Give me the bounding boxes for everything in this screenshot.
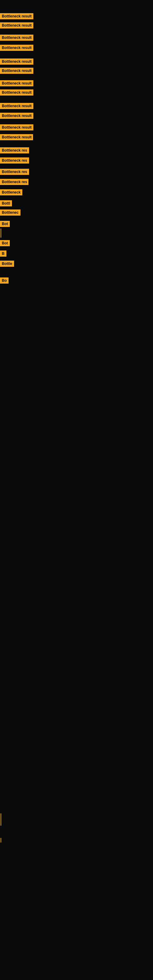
bottleneck-label-3: Bottleneck result	[0, 35, 33, 41]
bottleneck-label-16: Bottleneck res	[0, 179, 29, 185]
bottleneck-label-11: Bottleneck result	[0, 124, 33, 130]
bottleneck-label-4: Bottleneck result	[0, 45, 33, 51]
bottleneck-label-17: Bottleneck	[0, 189, 22, 196]
bottleneck-label-22: B	[0, 250, 6, 257]
bottleneck-label-15: Bottleneck res	[0, 169, 29, 175]
bottleneck-label-6: Bottleneck result	[0, 68, 33, 74]
bottleneck-label-21: Bot	[0, 240, 10, 246]
bottleneck-label-14: Bottleneck res	[0, 158, 29, 164]
site-title	[0, 0, 153, 5]
bottleneck-label-18: Bottl	[0, 200, 12, 207]
bottleneck-label-24: Bo	[0, 277, 9, 283]
bottleneck-labels-container: Bottleneck resultBottleneck resultBottle…	[0, 5, 153, 980]
bottleneck-label-1: Bottleneck result	[0, 13, 33, 19]
bottleneck-label-2: Bottleneck result	[0, 22, 33, 29]
bottleneck-label-23: Bottle	[0, 261, 14, 267]
bottleneck-label-12: Bottleneck result	[0, 134, 33, 140]
bottleneck-label-19: Bottlenec	[0, 210, 21, 216]
bottleneck-label-13: Bottleneck res	[0, 147, 29, 153]
bottleneck-label-9: Bottleneck result	[0, 103, 33, 109]
vertical-line-2	[1, 813, 1, 826]
vertical-line-3	[1, 838, 1, 843]
bottleneck-label-20: Bot	[0, 221, 10, 227]
bottleneck-label-8: Bottleneck result	[0, 89, 33, 95]
bottleneck-label-5: Bottleneck result	[0, 59, 33, 65]
vertical-line-1	[1, 229, 1, 238]
bottleneck-label-10: Bottleneck result	[0, 113, 33, 119]
bottleneck-label-7: Bottleneck result	[0, 80, 33, 86]
